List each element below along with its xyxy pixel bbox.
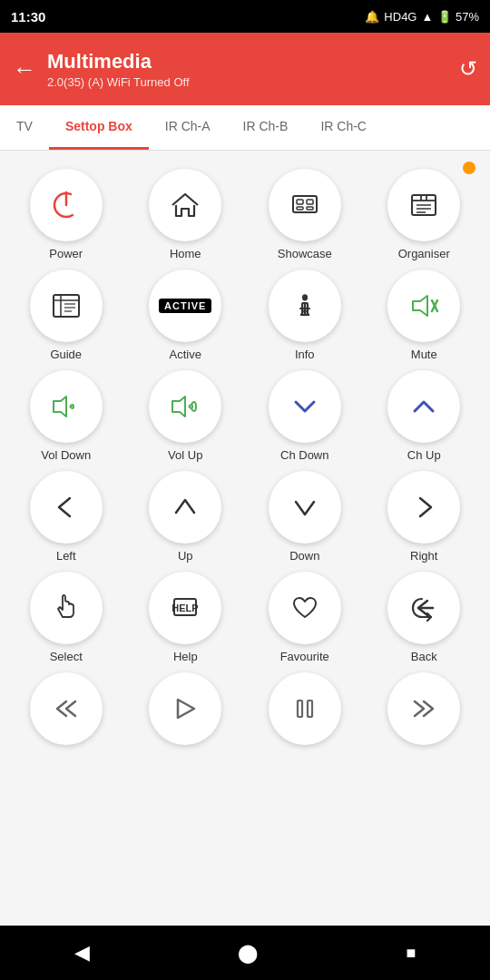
chup-icon bbox=[407, 390, 440, 423]
svg-rect-37 bbox=[298, 701, 302, 717]
nav-back-button[interactable]: ◀ bbox=[74, 941, 90, 965]
showcase-button[interactable]: Showcase bbox=[250, 169, 360, 260]
svg-rect-3 bbox=[297, 200, 303, 204]
play-button[interactable] bbox=[131, 672, 241, 750]
home-button[interactable]: Home bbox=[131, 169, 241, 260]
favourite-button[interactable]: Favourite bbox=[250, 572, 360, 663]
select-icon bbox=[50, 592, 83, 624]
mute-button[interactable]: Mute bbox=[369, 270, 480, 361]
active-label: Active bbox=[170, 348, 201, 361]
tab-irchc[interactable]: IR Ch-C bbox=[304, 105, 383, 150]
pause-btn-circle bbox=[269, 672, 341, 745]
guide-label: Guide bbox=[50, 348, 82, 361]
active-badge: ACTIVE bbox=[159, 299, 211, 313]
home-label: Home bbox=[170, 247, 201, 260]
mute-btn-circle bbox=[387, 270, 460, 342]
up-button[interactable]: Up bbox=[131, 471, 241, 563]
right-btn-circle bbox=[387, 471, 460, 544]
chdown-label: Ch Down bbox=[280, 448, 328, 462]
favourite-icon bbox=[289, 592, 321, 624]
organiser-btn-circle bbox=[387, 169, 460, 241]
content-area: Power Home Showcase bbox=[0, 151, 490, 926]
select-btn-circle bbox=[30, 572, 103, 644]
left-button[interactable]: Left bbox=[11, 471, 122, 563]
back-button[interactable]: ← bbox=[13, 55, 36, 83]
svg-text:HELP: HELP bbox=[172, 603, 199, 613]
signal-icon: ▲ bbox=[421, 10, 433, 24]
guide-btn-circle bbox=[30, 270, 103, 342]
refresh-button[interactable]: ↺ bbox=[459, 56, 477, 82]
rewind-btn-circle bbox=[30, 672, 103, 745]
favourite-btn-circle bbox=[269, 572, 341, 644]
tab-bar: TV Settop Box IR Ch-A IR Ch-B IR Ch-C bbox=[0, 105, 490, 151]
info-btn-circle bbox=[269, 270, 341, 342]
tab-irchb[interactable]: IR Ch-B bbox=[227, 105, 305, 150]
down-btn-circle bbox=[269, 471, 341, 544]
status-icons: 🔔 HD4G ▲ 🔋 57% bbox=[365, 10, 479, 24]
showcase-label: Showcase bbox=[278, 247, 332, 260]
nav-square-button[interactable]: ■ bbox=[406, 944, 416, 963]
mute-icon bbox=[407, 289, 440, 322]
fastforward-btn-circle bbox=[387, 672, 460, 745]
volup-btn-circle bbox=[149, 370, 221, 443]
up-btn-circle bbox=[149, 471, 221, 544]
play-icon bbox=[169, 692, 201, 725]
power-icon bbox=[50, 189, 83, 221]
organiser-icon bbox=[407, 189, 440, 221]
organiser-button[interactable]: Organiser bbox=[369, 169, 480, 260]
header-title-block: Multimedia 2.0(35) (A) WiFi Turned Off bbox=[47, 50, 459, 89]
volup-label: Vol Up bbox=[168, 448, 202, 462]
chdown-btn-circle bbox=[269, 370, 341, 443]
favourite-label: Favourite bbox=[280, 650, 329, 663]
page-title: Multimedia bbox=[47, 50, 459, 74]
chdown-button[interactable]: Ch Down bbox=[250, 370, 360, 462]
info-icon bbox=[289, 289, 321, 322]
tab-tv[interactable]: TV bbox=[0, 105, 49, 150]
svg-marker-36 bbox=[178, 700, 194, 718]
mute-label: Mute bbox=[411, 348, 437, 361]
alarm-icon: 🔔 bbox=[365, 10, 379, 24]
svg-rect-4 bbox=[307, 200, 313, 204]
up-label: Up bbox=[178, 549, 193, 563]
down-label: Down bbox=[289, 549, 319, 563]
up-arrow-icon bbox=[169, 491, 201, 524]
svg-marker-32 bbox=[54, 397, 66, 416]
guide-button[interactable]: Guide bbox=[11, 270, 122, 361]
back-button-remote[interactable]: Back bbox=[369, 572, 480, 663]
home-btn-circle bbox=[149, 169, 221, 241]
select-button[interactable]: Select bbox=[11, 572, 122, 663]
info-button[interactable]: Info bbox=[250, 270, 360, 361]
button-grid-row1: Power Home Showcase bbox=[7, 162, 483, 758]
navigation-bar: ◀ ⬤ ■ bbox=[0, 926, 490, 980]
left-arrow-icon bbox=[50, 491, 83, 524]
status-bar: 11:30 🔔 HD4G ▲ 🔋 57% bbox=[0, 0, 490, 33]
showcase-btn-circle bbox=[269, 169, 341, 241]
guide-icon bbox=[50, 289, 83, 322]
right-label: Right bbox=[410, 549, 437, 563]
power-button[interactable]: Power bbox=[11, 169, 122, 260]
fastforward-button[interactable] bbox=[369, 672, 480, 750]
down-arrow-icon bbox=[289, 491, 321, 524]
left-btn-circle bbox=[30, 471, 103, 544]
active-btn-circle: ACTIVE bbox=[149, 270, 221, 342]
back-icon bbox=[407, 592, 440, 624]
info-label: Info bbox=[295, 348, 315, 361]
pause-button[interactable] bbox=[250, 672, 360, 750]
right-button[interactable]: Right bbox=[369, 471, 480, 563]
down-button[interactable]: Down bbox=[250, 471, 360, 563]
header: ← Multimedia 2.0(35) (A) WiFi Turned Off… bbox=[0, 33, 490, 105]
volup-button[interactable]: Vol Up bbox=[131, 370, 241, 462]
home-icon bbox=[169, 189, 201, 221]
right-arrow-icon bbox=[407, 491, 440, 524]
voldown-button[interactable]: Vol Down bbox=[11, 370, 122, 462]
nav-home-button[interactable]: ⬤ bbox=[238, 942, 258, 964]
active-button[interactable]: ACTIVE Active bbox=[131, 270, 241, 361]
svg-marker-29 bbox=[413, 296, 427, 316]
rewind-button[interactable] bbox=[11, 672, 122, 750]
chup-button[interactable]: Ch Up bbox=[369, 370, 480, 462]
tab-settopbox[interactable]: Settop Box bbox=[49, 105, 149, 150]
help-button[interactable]: HELP Help bbox=[131, 572, 241, 663]
power-label: Power bbox=[49, 247, 83, 260]
help-icon: HELP bbox=[169, 592, 201, 624]
tab-ircha[interactable]: IR Ch-A bbox=[149, 105, 227, 150]
